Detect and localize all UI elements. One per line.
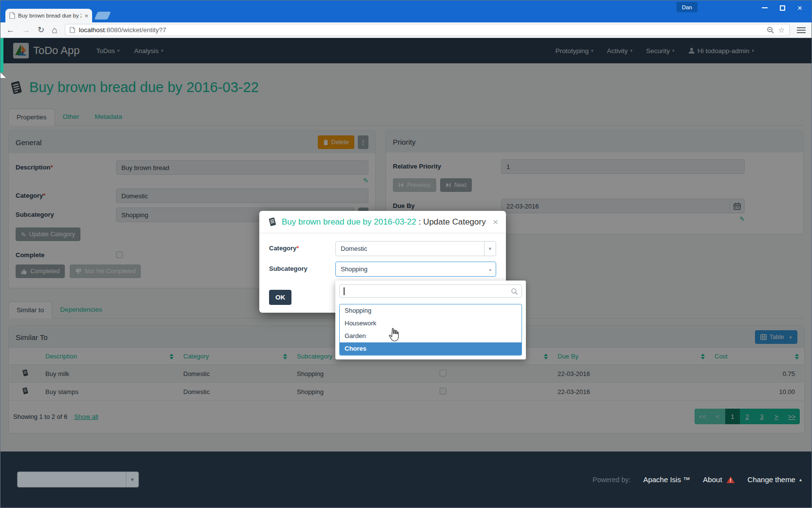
powered-by-label: Powered by:: [593, 476, 631, 484]
chevron-down-icon: ▼: [484, 242, 496, 256]
modal-subcategory-select[interactable]: Shopping ▴: [335, 262, 496, 277]
mouse-cursor: [388, 328, 401, 342]
update-category-modal: Buy brown bread due by 2016-03-22 : Upda…: [259, 211, 506, 313]
browser-window: Buy brown bread due by 2 × Dan × ← → ↻ ⌂…: [0, 0, 812, 508]
option-chores[interactable]: Chores: [340, 342, 522, 355]
warning-icon: [726, 476, 735, 484]
url-path: :8080/wicket/entity?7: [105, 26, 166, 34]
bookmark-star-icon[interactable]: ☆: [778, 26, 785, 35]
dropdown-options: Shopping Housework Garden Chores: [339, 304, 522, 356]
change-theme-link[interactable]: Change theme ▴: [748, 475, 802, 484]
chevron-down-icon: ▼: [126, 472, 138, 487]
footer-select[interactable]: ▼: [17, 471, 139, 488]
new-tab-button[interactable]: [94, 12, 111, 19]
app-footer: ▼ Powered by: Apache Isis ™ About Change…: [0, 452, 812, 508]
browser-toolbar: ← → ↻ ⌂ localhost:8080/wicket/entity?7 ☆: [0, 22, 812, 38]
browser-titlebar: Buy brown bread due by 2 × Dan ×: [0, 0, 812, 22]
modal-category-row: Category* Domestic ▼: [269, 241, 496, 256]
text-cursor: [344, 287, 345, 295]
apache-isis-link[interactable]: Apache Isis ™: [643, 475, 691, 484]
action-name: : Update Category: [416, 217, 486, 226]
tab-title: Buy brown bread due by 2: [18, 13, 81, 19]
chevron-up-icon: ▴: [489, 267, 496, 272]
chevron-up-icon: ▴: [799, 477, 802, 482]
entity-title-link[interactable]: Buy brown bread due by 2016-03-22: [282, 217, 416, 226]
option-garden[interactable]: Garden: [340, 330, 522, 342]
dropdown-search[interactable]: [339, 284, 522, 298]
minimize-button[interactable]: [756, 1, 773, 15]
subcategory-dropdown: Shopping Housework Garden Chores: [335, 281, 526, 359]
browser-profile-badge[interactable]: Dan: [677, 2, 697, 12]
maximize-icon: [780, 5, 785, 11]
ok-button[interactable]: OK: [269, 290, 291, 305]
modal-close-icon[interactable]: ×: [493, 217, 498, 226]
zoom-out-icon[interactable]: [767, 26, 774, 34]
dropdown-search-input[interactable]: [340, 285, 522, 297]
modal-title: Buy brown bread due by 2016-03-22 : Upda…: [282, 217, 486, 227]
back-button[interactable]: ←: [6, 26, 15, 34]
home-button[interactable]: ⌂: [52, 25, 57, 35]
modal-category-select[interactable]: Domestic ▼: [335, 241, 496, 256]
address-bar[interactable]: localhost:8080/wicket/entity?7 ☆: [65, 24, 790, 36]
modal-header: Buy brown bread due by 2016-03-22 : Upda…: [259, 211, 506, 233]
modal-subcategory-label: Subcategory: [269, 262, 335, 277]
url-text: localhost:8080/wicket/entity?7: [79, 26, 166, 34]
close-window-button[interactable]: ×: [791, 1, 809, 15]
modal-subcategory-row: Subcategory Shopping ▴ Sh: [269, 262, 496, 277]
page-icon: [70, 27, 75, 33]
search-icon: [511, 288, 518, 295]
debug-corner-triangle: [0, 73, 6, 78]
tab-close-icon[interactable]: ×: [84, 12, 88, 19]
browser-tab[interactable]: Buy brown bread due by 2 ×: [5, 9, 92, 22]
browser-menu-icon[interactable]: [797, 27, 806, 33]
modal-category-label: Category*: [269, 241, 335, 256]
ajax-indicator-strip: [0, 38, 3, 73]
reload-button[interactable]: ↻: [38, 26, 44, 34]
page-favicon-icon: [9, 12, 15, 19]
url-host: localhost: [79, 26, 105, 34]
about-link[interactable]: About: [703, 475, 735, 484]
forward-button[interactable]: →: [22, 26, 30, 34]
window-controls: ×: [756, 0, 809, 15]
todo-item-icon: [267, 217, 277, 227]
minimize-icon: [762, 7, 768, 8]
option-shopping[interactable]: Shopping: [340, 304, 522, 317]
maximize-button[interactable]: [773, 1, 791, 15]
option-housework[interactable]: Housework: [340, 317, 522, 330]
